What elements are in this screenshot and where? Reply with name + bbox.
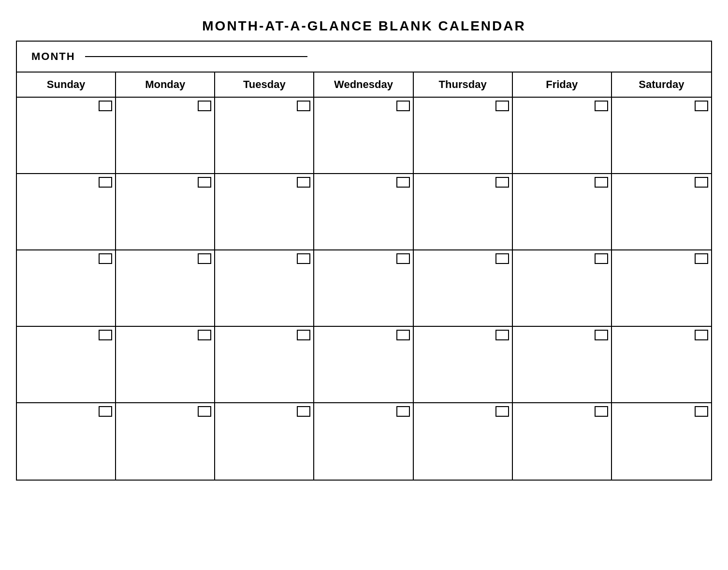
- calendar-grid: [17, 98, 711, 480]
- date-number-box: [495, 406, 509, 417]
- date-number-box: [297, 406, 310, 417]
- calendar-cell[interactable]: [215, 327, 314, 403]
- calendar-cell[interactable]: [116, 403, 215, 480]
- date-number-box: [396, 330, 410, 340]
- date-number-box: [297, 101, 310, 111]
- date-number-box: [396, 406, 410, 417]
- date-number-box: [695, 406, 708, 417]
- calendar-cell[interactable]: [612, 250, 711, 327]
- date-number-box: [595, 253, 608, 264]
- calendar-cell[interactable]: [17, 403, 116, 480]
- calendar-cell[interactable]: [116, 250, 215, 327]
- date-number-box: [595, 330, 608, 340]
- date-number-box: [297, 330, 310, 340]
- calendar-cell[interactable]: [314, 250, 413, 327]
- date-number-box: [99, 330, 112, 340]
- date-number-box: [198, 406, 211, 417]
- date-number-box: [695, 101, 708, 111]
- date-number-box: [495, 177, 509, 188]
- date-number-box: [396, 177, 410, 188]
- calendar-cell[interactable]: [17, 327, 116, 403]
- date-number-box: [396, 101, 410, 111]
- calendar-cell[interactable]: [513, 250, 612, 327]
- date-number-box: [595, 406, 608, 417]
- date-number-box: [198, 177, 211, 188]
- date-number-box: [198, 253, 211, 264]
- date-number-box: [495, 101, 509, 111]
- month-label: MONTH: [31, 50, 75, 63]
- date-number-box: [695, 177, 708, 188]
- calendar-cell[interactable]: [314, 403, 413, 480]
- calendar-cell[interactable]: [17, 98, 116, 174]
- calendar-cell[interactable]: [513, 174, 612, 250]
- calendar-cell[interactable]: [116, 98, 215, 174]
- day-header-thursday: Thursday: [414, 73, 513, 97]
- calendar-cell[interactable]: [116, 327, 215, 403]
- date-number-box: [695, 253, 708, 264]
- calendar-cell[interactable]: [314, 98, 413, 174]
- calendar-cell[interactable]: [513, 98, 612, 174]
- day-header-wednesday: Wednesday: [314, 73, 413, 97]
- date-number-box: [198, 330, 211, 340]
- date-number-box: [99, 406, 112, 417]
- calendar-cell[interactable]: [414, 327, 513, 403]
- days-header: Sunday Monday Tuesday Wednesday Thursday…: [17, 73, 711, 98]
- calendar-cell[interactable]: [612, 403, 711, 480]
- calendar-cell[interactable]: [215, 174, 314, 250]
- calendar-cell[interactable]: [612, 327, 711, 403]
- date-number-box: [99, 101, 112, 111]
- calendar-cell[interactable]: [513, 327, 612, 403]
- date-number-box: [198, 101, 211, 111]
- date-number-box: [495, 330, 509, 340]
- date-number-box: [495, 253, 509, 264]
- calendar-cell[interactable]: [17, 250, 116, 327]
- date-number-box: [595, 101, 608, 111]
- month-row: MONTH: [17, 42, 711, 73]
- day-header-monday: Monday: [116, 73, 215, 97]
- calendar-cell[interactable]: [116, 174, 215, 250]
- calendar-cell[interactable]: [314, 174, 413, 250]
- month-line: [85, 56, 307, 57]
- calendar-page: MONTH-AT-A-GLANCE BLANK CALENDAR MONTH S…: [11, 10, 717, 481]
- date-number-box: [297, 177, 310, 188]
- day-header-sunday: Sunday: [17, 73, 116, 97]
- day-header-saturday: Saturday: [612, 73, 711, 97]
- calendar-container: MONTH Sunday Monday Tuesday Wednesday Th…: [16, 41, 712, 481]
- calendar-cell[interactable]: [17, 174, 116, 250]
- day-header-tuesday: Tuesday: [215, 73, 314, 97]
- date-number-box: [297, 253, 310, 264]
- date-number-box: [99, 177, 112, 188]
- day-header-friday: Friday: [513, 73, 612, 97]
- calendar-cell[interactable]: [513, 403, 612, 480]
- calendar-cell[interactable]: [414, 250, 513, 327]
- calendar-cell[interactable]: [314, 327, 413, 403]
- calendar-cell[interactable]: [215, 98, 314, 174]
- calendar-cell[interactable]: [612, 174, 711, 250]
- calendar-cell[interactable]: [612, 98, 711, 174]
- calendar-cell[interactable]: [215, 403, 314, 480]
- calendar-cell[interactable]: [414, 174, 513, 250]
- date-number-box: [595, 177, 608, 188]
- calendar-cell[interactable]: [215, 250, 314, 327]
- date-number-box: [695, 330, 708, 340]
- calendar-cell[interactable]: [414, 403, 513, 480]
- calendar-cell[interactable]: [414, 98, 513, 174]
- date-number-box: [99, 253, 112, 264]
- date-number-box: [396, 253, 410, 264]
- page-title: MONTH-AT-A-GLANCE BLANK CALENDAR: [11, 10, 717, 41]
